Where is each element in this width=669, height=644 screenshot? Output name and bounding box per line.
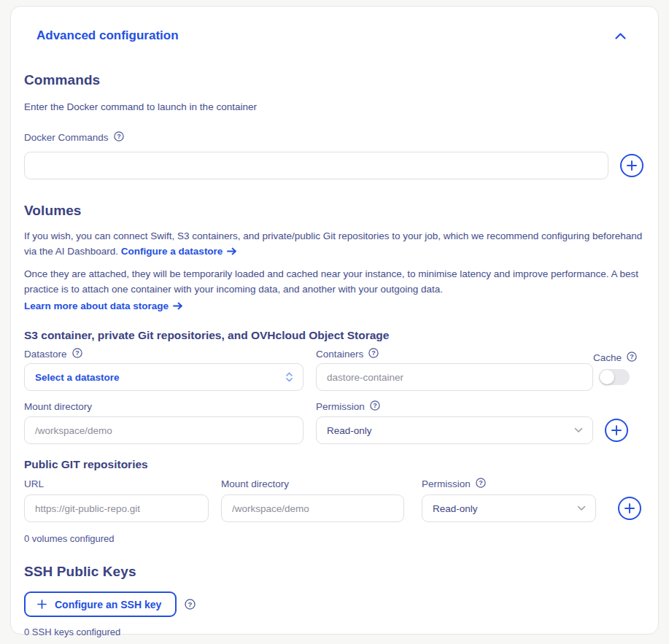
help-icon[interactable]: ?	[368, 348, 379, 358]
s3-container-heading: S3 container, private Git repositories, …	[24, 329, 643, 342]
permission-select[interactable]: Read-only	[316, 416, 593, 444]
containers-label: Containers ?	[316, 349, 593, 360]
volumes-configured-count: 0 volumes configured	[24, 533, 643, 544]
help-icon[interactable]: ?	[185, 599, 196, 610]
mount-directory-input[interactable]	[24, 416, 303, 444]
help-icon[interactable]: ?	[627, 352, 637, 362]
svg-text:?: ?	[75, 349, 80, 357]
svg-text:?: ?	[479, 479, 483, 486]
commands-description: Enter the Docker command to launch in th…	[24, 99, 643, 115]
datastore-select-value: Select a datastore	[35, 372, 120, 383]
svg-text:?: ?	[372, 349, 376, 357]
mount-directory-label: Mount directory	[24, 401, 303, 412]
help-icon[interactable]: ?	[114, 131, 124, 141]
chevron-down-icon	[574, 427, 583, 433]
configure-datastore-link[interactable]: Configure a datastore	[121, 244, 238, 259]
plus-icon	[37, 600, 47, 609]
volumes-heading: Volumes	[24, 203, 643, 219]
toggle-knob	[600, 370, 614, 384]
cache-label: Cache ?	[593, 352, 637, 363]
cache-toggle[interactable]	[599, 369, 630, 385]
accordion-title: Advanced configuration	[36, 28, 179, 43]
chevron-down-icon	[577, 505, 586, 511]
help-icon[interactable]: ?	[72, 348, 82, 358]
arrow-right-icon	[173, 302, 183, 310]
git-url-label: URL	[24, 478, 209, 489]
help-icon[interactable]: ?	[370, 400, 380, 411]
git-mount-directory-label: Mount directory	[221, 478, 404, 489]
svg-text:?: ?	[188, 600, 193, 608]
plus-icon	[611, 424, 622, 436]
permission-label: Permission ?	[316, 401, 593, 412]
git-mount-directory-input[interactable]	[221, 494, 404, 522]
containers-input[interactable]	[316, 363, 593, 391]
chevron-up-icon[interactable]	[615, 33, 626, 39]
accordion-header[interactable]: Advanced configuration	[24, 7, 643, 43]
ssh-keys-configured-count: 0 SSH keys configured	[24, 626, 643, 637]
datastore-select[interactable]: Select a datastore	[24, 363, 303, 391]
plus-icon	[624, 503, 635, 514]
volumes-paragraph-1: If you wish, you can connect Swift, S3 c…	[24, 228, 643, 259]
advanced-configuration-card: Advanced configuration Commands Enter th…	[10, 6, 659, 635]
plus-icon	[626, 160, 638, 171]
docker-commands-label: Docker Commands ?	[24, 132, 124, 143]
help-icon[interactable]: ?	[476, 478, 486, 488]
docker-commands-input[interactable]	[24, 152, 608, 179]
datastore-label: Datastore ?	[24, 349, 303, 360]
add-git-repository-button[interactable]	[618, 497, 641, 520]
svg-text:?: ?	[117, 133, 121, 140]
commands-heading: Commands	[24, 72, 643, 88]
git-permission-select-value: Read-only	[433, 503, 478, 514]
volumes-paragraph-2: Once they are attached, they will be tem…	[24, 266, 643, 297]
ssh-public-keys-heading: SSH Public Keys	[24, 564, 643, 580]
learn-more-data-storage-link[interactable]: Learn more about data storage	[24, 300, 183, 311]
add-volume-button[interactable]	[605, 419, 628, 442]
git-permission-select[interactable]: Read-only	[422, 494, 596, 522]
chevron-updown-icon	[285, 371, 293, 383]
svg-text:?: ?	[373, 402, 377, 409]
git-url-input[interactable]	[24, 494, 209, 522]
arrow-right-icon	[227, 247, 237, 255]
svg-text:?: ?	[630, 353, 634, 360]
configure-ssh-key-button[interactable]: Configure an SSH key	[24, 591, 177, 617]
public-git-heading: Public GIT repositories	[24, 458, 643, 471]
add-docker-command-button[interactable]	[620, 154, 643, 177]
permission-select-value: Read-only	[327, 425, 372, 436]
git-permission-label: Permission ?	[422, 478, 486, 489]
